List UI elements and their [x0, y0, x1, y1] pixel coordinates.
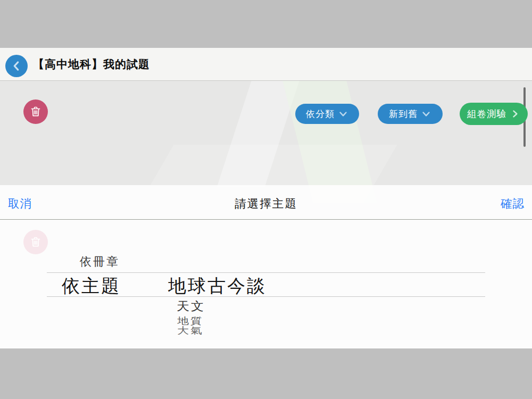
chevron-down-icon — [338, 109, 348, 119]
confirm-button[interactable]: 確認 — [501, 189, 525, 219]
picker-item-by-chapter[interactable]: 依冊章 — [80, 254, 120, 270]
picker-item-by-topic-selected[interactable]: 依主題 — [62, 274, 121, 298]
modal-divider — [0, 219, 532, 220]
letterbox-bottom — [0, 348, 532, 399]
assemble-test-button[interactable]: 組卷測驗 — [460, 103, 528, 125]
back-button[interactable] — [5, 55, 28, 77]
picker-item-atmosphere-clipped[interactable]: 大氣 — [177, 325, 220, 335]
navbar: 【高中地科】我的試題 依分類 新到舊 組卷測驗 — [0, 48, 532, 81]
picker-modal-header: 取消 請選擇主題 確認 — [0, 189, 532, 219]
picker-selection-line — [47, 272, 485, 273]
chevron-left-icon — [10, 59, 23, 73]
filter-dropdown-button[interactable]: 依分類 — [295, 104, 359, 124]
assemble-label: 組卷測驗 — [467, 107, 506, 120]
picker-modal-title: 請選擇主題 — [0, 189, 532, 219]
sort-dropdown-button[interactable]: 新到舊 — [378, 104, 443, 124]
chevron-down-icon — [421, 109, 431, 119]
app-screen: 2 單選題 題目解析 單題作答 研究人員在重建地球環境隨時間演變的歷史研究時，可… — [0, 0, 532, 399]
picker-item-topic-selected[interactable]: 地球古今談 — [168, 274, 267, 298]
filter-label: 依分類 — [306, 108, 335, 120]
picker-item-atmosphere[interactable]: 大氣 — [177, 325, 220, 335]
page-title: 【高中地科】我的試題 — [33, 48, 150, 81]
chevron-right-icon — [510, 109, 520, 119]
picker-item-astronomy[interactable]: 天文 — [177, 298, 205, 314]
trash-icon — [29, 105, 42, 118]
sort-label: 新到舊 — [389, 108, 418, 120]
letterbox-top — [0, 0, 532, 48]
delete-button[interactable] — [23, 99, 48, 124]
